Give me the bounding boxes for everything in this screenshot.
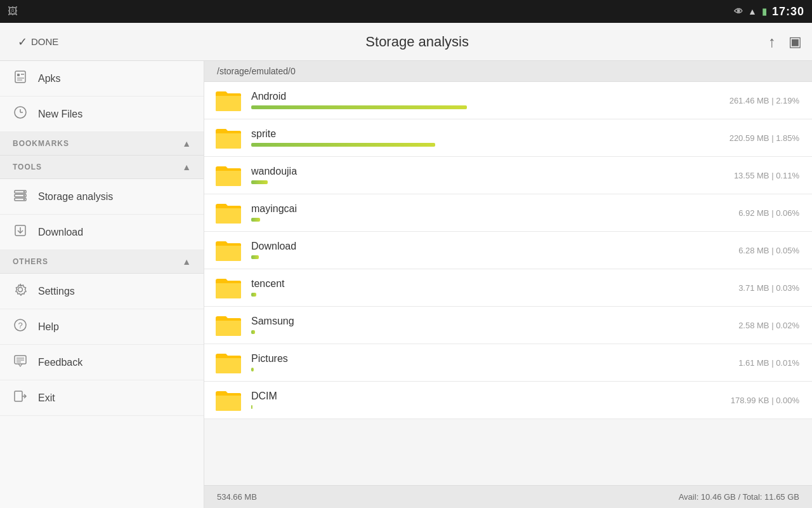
- bookmarks-section-header[interactable]: BOOKMARKS ▲: [0, 132, 204, 156]
- table-row[interactable]: wandoujia 13.55 MB | 0.11%: [204, 157, 812, 194]
- folder-icon: [214, 201, 242, 225]
- file-bar-container: [251, 217, 730, 222]
- file-info: Samsung: [251, 316, 730, 335]
- folder-icon: [214, 238, 242, 262]
- battery-icon: ▮: [762, 6, 767, 17]
- folder-icon: [214, 351, 242, 375]
- file-size: 2.58 MB | 0.02%: [738, 321, 799, 330]
- file-info: wandoujia: [251, 166, 725, 185]
- download-label: Download: [38, 227, 83, 238]
- settings-label: Settings: [38, 286, 75, 297]
- bookmarks-label: BOOKMARKS: [13, 139, 69, 148]
- folder-icon: [214, 388, 242, 412]
- file-bar: [251, 368, 254, 371]
- folder-icon: [214, 313, 242, 337]
- help-label: Help: [38, 321, 59, 333]
- feedback-icon: [13, 354, 28, 371]
- tools-section-header[interactable]: TOOLS ▲: [0, 156, 204, 179]
- folder-icon: [214, 88, 242, 112]
- sidebar: Apks New Files BOOKMARKS ▲ TOOLS ▲ Stora…: [0, 61, 204, 508]
- exit-label: Exit: [38, 392, 55, 404]
- sidebar-item-settings[interactable]: Settings: [0, 274, 204, 309]
- svg-point-11: [23, 195, 25, 196]
- sidebar-item-feedback[interactable]: Feedback: [0, 345, 204, 380]
- action-bar: ✓ DONE Storage analysis ↑ ▣: [0, 23, 812, 61]
- action-icons: ↑ ▣: [768, 33, 802, 51]
- file-size: 3.71 MB | 0.03%: [738, 283, 799, 293]
- file-size: 220.59 MB | 1.85%: [730, 133, 799, 143]
- file-name: mayingcai: [251, 203, 730, 215]
- action-title: Storage analysis: [66, 34, 768, 50]
- tools-arrow-icon: ▲: [182, 162, 191, 172]
- sidebar-item-help[interactable]: ? Help: [0, 309, 204, 345]
- file-info: mayingcai: [251, 203, 730, 222]
- sidebar-item-exit[interactable]: Exit: [0, 380, 204, 416]
- folder-icon: [214, 276, 242, 300]
- file-bar-container: [251, 255, 730, 260]
- file-bar-container: [251, 330, 730, 335]
- help-icon: ?: [13, 318, 28, 335]
- file-info: sprite: [251, 128, 721, 147]
- done-label: DONE: [31, 36, 58, 47]
- file-size: 13.55 MB | 0.11%: [734, 171, 799, 180]
- others-arrow-icon: ▲: [182, 257, 191, 267]
- file-info: Pictures: [251, 353, 730, 372]
- others-label: OTHERS: [13, 257, 48, 266]
- table-row[interactable]: DCIM 178.99 KB | 0.00%: [204, 382, 812, 419]
- table-row[interactable]: Android 261.46 MB | 2.19%: [204, 82, 812, 119]
- sidebar-item-download[interactable]: Download: [0, 215, 204, 250]
- bottom-bar: 534.66 MB Avail: 10.46 GB / Total: 11.65…: [204, 485, 812, 508]
- total-size: 534.66 MB: [217, 492, 257, 502]
- file-bar-container: [251, 142, 721, 147]
- file-info: DCIM: [251, 391, 722, 410]
- file-name: tencent: [251, 278, 730, 290]
- file-bar-container: [251, 180, 725, 185]
- file-size: 6.28 MB | 0.05%: [738, 246, 799, 255]
- table-row[interactable]: Pictures 1.61 MB | 0.01%: [204, 344, 812, 382]
- path-bar: /storage/emulated/0: [204, 61, 812, 82]
- done-button[interactable]: ✓ DONE: [10, 30, 66, 54]
- table-row[interactable]: tencent 3.71 MB | 0.03%: [204, 269, 812, 307]
- feedback-label: Feedback: [38, 357, 82, 368]
- file-size: 1.61 MB | 0.01%: [738, 358, 799, 368]
- others-section-header[interactable]: OTHERS ▲: [0, 250, 204, 274]
- table-row[interactable]: mayingcai 6.92 MB | 0.06%: [204, 194, 812, 232]
- sidebar-item-storage-analysis[interactable]: Storage analysis: [0, 179, 204, 215]
- file-bar: [251, 330, 255, 334]
- file-bar: [251, 143, 435, 147]
- svg-rect-1: [17, 74, 20, 76]
- apks-icon: [13, 70, 28, 87]
- photo-icon: 🖼: [8, 6, 18, 17]
- new-files-label: New Files: [38, 109, 82, 120]
- sidebar-item-new-files[interactable]: New Files: [0, 97, 204, 132]
- file-bar: [251, 105, 467, 109]
- file-info: Download: [251, 241, 730, 260]
- status-bar: 🖼 👁 ▲ ▮ 17:30: [0, 0, 812, 23]
- file-name: Download: [251, 241, 730, 252]
- bookmarks-arrow-icon: ▲: [182, 138, 191, 149]
- folder-icon: [214, 126, 242, 150]
- table-row[interactable]: Download 6.28 MB | 0.05%: [204, 232, 812, 269]
- svg-rect-0: [15, 71, 25, 83]
- status-bar-right: 👁 ▲ ▮ 17:30: [734, 5, 804, 18]
- file-name: Pictures: [251, 353, 730, 364]
- file-name: wandoujia: [251, 166, 725, 177]
- folder-icon: [214, 163, 242, 187]
- file-size: 6.92 MB | 0.06%: [738, 208, 799, 218]
- file-info: tencent: [251, 278, 730, 297]
- content-area: /storage/emulated/0 Android 261.46 MB | …: [204, 61, 812, 508]
- status-time: 17:30: [772, 5, 804, 18]
- file-info: Android: [251, 91, 721, 110]
- table-row[interactable]: Samsung 2.58 MB | 0.02%: [204, 307, 812, 344]
- apks-label: Apks: [38, 73, 61, 84]
- file-name: Android: [251, 91, 721, 102]
- settings-icon: [13, 283, 28, 300]
- table-row[interactable]: sprite 220.59 MB | 1.85%: [204, 119, 812, 157]
- avail-storage: Avail: 10.46 GB / Total: 11.65 GB: [679, 492, 799, 502]
- current-path: /storage/emulated/0: [217, 66, 296, 76]
- sidebar-item-apks[interactable]: Apks: [0, 61, 204, 97]
- file-bar: [251, 180, 268, 184]
- up-icon[interactable]: ↑: [768, 33, 776, 51]
- tablet-icon[interactable]: ▣: [789, 34, 802, 50]
- svg-point-16: [18, 288, 23, 292]
